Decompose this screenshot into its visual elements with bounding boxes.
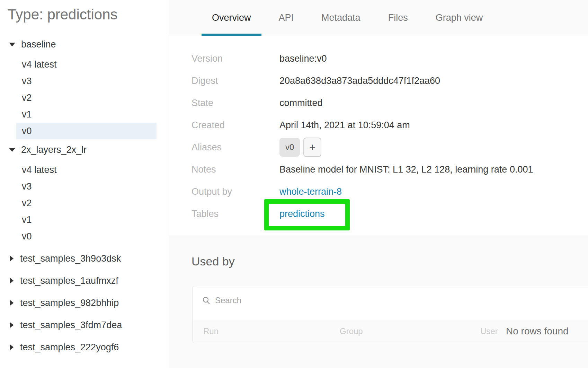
- aliases-value: v0 +: [279, 138, 321, 157]
- chevron-down-icon[interactable]: [9, 43, 15, 46]
- field-row-output-by: Output by whole-terrain-8: [191, 181, 578, 203]
- tree-version-v4[interactable]: v4 latest: [16, 161, 157, 178]
- tree-group-row-test-samples-3fdm7dea[interactable]: test_samples_3fdm7dea: [0, 314, 168, 336]
- created-value: April 14th, 2021 at 10:59:04 am: [279, 120, 410, 131]
- artifact-sidebar: Type: predictions baseline v4 latest v3 …: [0, 0, 168, 368]
- field-label: Notes: [191, 164, 279, 175]
- tab-metadata[interactable]: Metadata: [311, 0, 371, 36]
- output-by-run-link[interactable]: whole-terrain-8: [279, 186, 342, 197]
- tree-group-row-test-samples-3h9o3dsk[interactable]: test_samples_3h9o3dsk: [0, 247, 168, 270]
- artifact-tree: baseline v4 latest v3 v2 v1 v0 2x_layers…: [0, 37, 168, 358]
- artifact-page: Type: predictions baseline v4 latest v3 …: [0, 0, 588, 368]
- tree-version-v3[interactable]: v3: [16, 73, 157, 89]
- used-by-section: Used by Run Group User No rows found: [169, 236, 588, 368]
- tree-version-v0[interactable]: v0: [16, 228, 157, 245]
- digest-value: 20a8a638d3a873ada5dddc47f1f2aa60: [279, 76, 440, 86]
- tree-group-label: 2x_layers_2x_lr: [21, 144, 87, 155]
- empty-state-message: No rows found: [506, 326, 569, 337]
- tree-version-v3[interactable]: v3: [16, 178, 157, 195]
- tree-group-label: test_samples_222yogf6: [20, 342, 119, 353]
- search-icon: [202, 296, 211, 305]
- tab-files[interactable]: Files: [378, 0, 418, 36]
- field-label: Digest: [191, 76, 279, 86]
- tree-group-label: test_samples_982bhhip: [20, 298, 119, 308]
- used-by-table-header: Run Group User No rows found: [193, 320, 588, 343]
- column-header-user: User: [480, 326, 498, 336]
- chevron-right-icon[interactable]: [10, 300, 14, 306]
- field-label: Created: [191, 120, 279, 131]
- chevron-right-icon[interactable]: [10, 344, 14, 350]
- chevron-right-icon[interactable]: [10, 278, 14, 284]
- tree-group-row-test-samples-982bhhip[interactable]: test_samples_982bhhip: [0, 292, 168, 314]
- tree-version-v2[interactable]: v2: [16, 89, 157, 106]
- field-label: Aliases: [191, 142, 279, 153]
- tab-api[interactable]: API: [268, 0, 304, 36]
- tree-group-baseline: baseline v4 latest v3 v2 v1 v0: [0, 37, 168, 139]
- tree-group-row-test-samples-1aufmxzf[interactable]: test_samples_1aufmxzf: [0, 270, 168, 292]
- field-label: Output by: [191, 186, 279, 197]
- tab-bar: Overview API Metadata Files Graph view: [169, 0, 588, 36]
- version-list: v4 latest v3 v2 v1 v0: [0, 161, 168, 245]
- overview-panel: Version baseline:v0 Digest 20a8a638d3a87…: [191, 47, 578, 225]
- sidebar-title: Type: predictions: [8, 6, 168, 23]
- field-row-notes: Notes Baseline model for MNIST: L1 32, L…: [191, 158, 578, 181]
- chevron-down-icon[interactable]: [9, 148, 15, 152]
- tree-version-v1[interactable]: v1: [16, 106, 157, 123]
- field-label: Tables: [191, 209, 279, 219]
- version-value: baseline:v0: [279, 53, 327, 64]
- tree-version-v2[interactable]: v2: [16, 195, 157, 211]
- tree-version-v0-selected[interactable]: v0: [16, 123, 157, 139]
- tree-group-label: test_samples_3fdm7dea: [20, 320, 122, 331]
- alias-chip-v0: v0: [279, 138, 300, 157]
- add-alias-button[interactable]: +: [303, 138, 321, 157]
- chevron-right-icon[interactable]: [10, 255, 14, 262]
- tree-group-row-2x-layers[interactable]: 2x_layers_2x_lr: [0, 142, 168, 157]
- column-header-run: Run: [203, 326, 219, 336]
- search-row: [193, 286, 588, 315]
- tree-group-2x-layers: 2x_layers_2x_lr v4 latest v3 v2 v1 v0: [0, 142, 168, 245]
- tree-group-row-test-samples-222yogf6[interactable]: test_samples_222yogf6: [0, 336, 168, 358]
- notes-value: Baseline model for MNIST: L1 32, L2 128,…: [279, 164, 533, 175]
- used-by-heading: Used by: [191, 255, 235, 268]
- tree-group-label: test_samples_1aufmxzf: [20, 275, 118, 286]
- version-list: v4 latest v3 v2 v1 v0: [0, 56, 168, 139]
- used-by-table-card: Run Group User No rows found: [192, 286, 588, 343]
- column-header-group: Group: [340, 326, 363, 336]
- chevron-right-icon[interactable]: [10, 322, 14, 328]
- field-label: Version: [191, 53, 279, 64]
- field-row-created: Created April 14th, 2021 at 10:59:04 am: [191, 114, 578, 136]
- tree-version-v4[interactable]: v4 latest: [16, 56, 157, 73]
- field-row-aliases: Aliases v0 +: [191, 136, 578, 158]
- field-row-digest: Digest 20a8a638d3a873ada5dddc47f1f2aa60: [191, 70, 578, 92]
- tab-overview[interactable]: Overview: [202, 0, 261, 36]
- artifact-detail-panel: Overview API Metadata Files Graph view V…: [169, 0, 588, 368]
- tree-group-row-baseline[interactable]: baseline: [0, 37, 168, 52]
- tree-version-v1[interactable]: v1: [16, 211, 157, 228]
- search-input[interactable]: [214, 295, 361, 306]
- field-row-state: State committed: [191, 92, 578, 114]
- tab-graph-view[interactable]: Graph view: [425, 0, 493, 36]
- state-value: committed: [279, 98, 323, 108]
- field-label: State: [191, 98, 279, 108]
- predictions-table-link[interactable]: predictions: [279, 209, 325, 219]
- field-row-tables: Tables predictions: [191, 203, 578, 225]
- tree-group-label: baseline: [21, 39, 56, 50]
- tree-group-label: test_samples_3h9o3dsk: [20, 253, 121, 264]
- field-row-version: Version baseline:v0: [191, 47, 578, 70]
